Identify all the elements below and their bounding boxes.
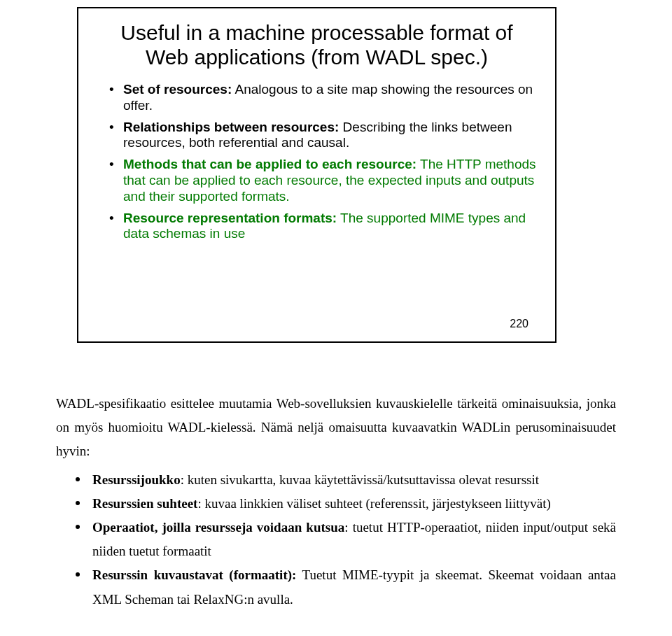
body-paragraph: WADL-spesifikaatio esittelee muutamia We… [56, 392, 616, 464]
body-text: WADL-spesifikaatio esittelee muutamia We… [56, 392, 616, 612]
body-bullet-label: Resurssijoukko [92, 472, 181, 487]
slide-bullet-label: Methods that can be applied to each reso… [123, 157, 416, 171]
slide-page-number: 220 [510, 318, 528, 330]
body-bullet-list: Resurssijoukko: kuten sivukartta, kuvaa … [76, 468, 616, 612]
slide-title: Useful in a machine processable format o… [97, 21, 537, 69]
slide-bullet-item: Set of resources: Analogous to a site ma… [109, 82, 537, 114]
body-bullet-label: Operaatiot, joilla resursseja voidaan ku… [92, 520, 344, 535]
body-bullet-item: Resurssijoukko: kuten sivukartta, kuvaa … [76, 468, 616, 492]
body-bullet-item: Resurssien suhteet: kuvaa linkkien välis… [76, 492, 616, 516]
slide-bullet-list: Set of resources: Analogous to a site ma… [109, 82, 537, 242]
slide-bullet-label: Resource representation formats: [123, 211, 337, 225]
slide-bullet-label: Set of resources: [123, 82, 232, 97]
body-bullet-text: : kuten sivukartta, kuvaa käytettävissä/… [181, 472, 539, 487]
body-bullet-item: Operaatiot, joilla resursseja voidaan ku… [76, 516, 616, 563]
slide-bullet-label: Relationships between resources: [123, 120, 339, 134]
body-bullet-text: : kuvaa linkkien väliset suhteet (refere… [197, 496, 550, 511]
body-bullet-label: Resurssin kuvaustavat (formaatit): [92, 567, 296, 582]
slide-bullet-item: Relationships between resources: Describ… [109, 120, 537, 152]
slide-bullet-item: Resource representation formats: The sup… [109, 211, 537, 243]
body-bullet-label: Resurssien suhteet [92, 496, 197, 511]
body-bullet-item: Resurssin kuvaustavat (formaatit): Tuetu… [76, 563, 616, 611]
slide-bullet-item: Methods that can be applied to each reso… [109, 157, 537, 204]
slide-box: Useful in a machine processable format o… [77, 7, 556, 343]
